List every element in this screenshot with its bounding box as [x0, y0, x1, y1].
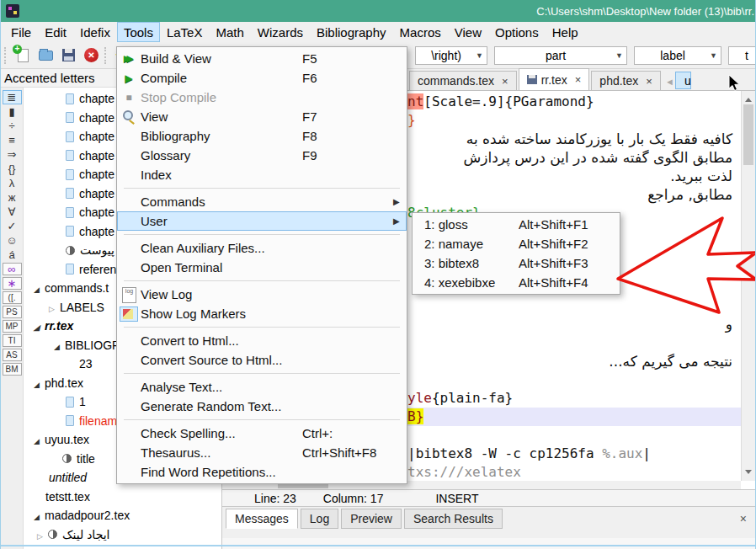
menubar-item[interactable]: View	[448, 22, 488, 42]
side-panel-icon[interactable]: ∞	[3, 263, 22, 275]
expander-icon[interactable]	[37, 528, 48, 541]
structure-tree-item[interactable]	[24, 544, 221, 549]
tools-menu-item[interactable]: Convert Source to Html... ▶	[117, 350, 407, 370]
menubar-item[interactable]: Options	[488, 22, 546, 42]
side-panel-icon[interactable]: ([.	[3, 291, 22, 304]
side-panel-icon[interactable]: ≡	[3, 133, 22, 147]
tab-overflow-button[interactable]: u	[675, 72, 691, 89]
scroll-down-icon[interactable]	[745, 470, 752, 477]
side-panel-icon[interactable]: ∗	[3, 277, 22, 290]
side-panel-icon[interactable]: ж	[3, 190, 22, 205]
tools-menu-item[interactable]: Clean Auxiliary Files... ▶	[117, 238, 407, 258]
editor-vertical-scrollbar[interactable]	[741, 91, 755, 481]
toolbar-combobox[interactable]: \right) ▼	[415, 46, 487, 65]
side-panel-icon[interactable]: MP	[3, 320, 22, 333]
tools-menu-item[interactable]: View F7 ▶	[117, 107, 407, 126]
tab-close-icon[interactable]: ×	[502, 75, 508, 88]
menubar-item[interactable]: Edit	[38, 22, 73, 42]
side-panel-icon[interactable]: ÷	[3, 119, 22, 133]
structure-tree-item[interactable]: tetstt.tex	[24, 488, 221, 507]
tools-menu-item[interactable]: Convert to Html... ▶	[117, 331, 407, 350]
scroll-up-icon[interactable]	[745, 94, 752, 102]
tools-menu-item[interactable]: Compile F6 ▶	[117, 68, 407, 88]
toolbar-combobox[interactable]: part ▼	[494, 46, 627, 65]
menubar-item[interactable]: Math	[209, 22, 250, 42]
side-panel-icon[interactable]: TI	[3, 334, 22, 347]
tools-menu-item[interactable]: Show Log Markers ▶	[117, 304, 407, 323]
side-panel-icon[interactable]: {}	[3, 162, 22, 176]
side-panel-icon[interactable]: PS	[3, 306, 22, 318]
side-panel-icon[interactable]: ≣	[3, 90, 22, 104]
toolbar-button[interactable]	[35, 45, 57, 67]
menubar-item[interactable]: Wizards	[251, 22, 310, 42]
tools-menu-item[interactable]: Bibliography F8 ▶	[117, 126, 407, 146]
scrollbar-thumb[interactable]	[743, 104, 753, 165]
tools-menu-item[interactable]: View Log ▶	[117, 285, 407, 304]
bottom-panel-tab[interactable]: Search Results	[404, 509, 503, 529]
structure-tree-item[interactable]: ایجاد لینک	[24, 525, 221, 545]
menubar-item[interactable]: File	[4, 22, 38, 42]
editor-tab[interactable]: phd.tex ×	[591, 71, 661, 90]
tools-menu-item[interactable]: Glossary F9 ▶	[117, 146, 407, 165]
menubar-item[interactable]: LaTeX	[160, 22, 210, 42]
side-panel-icon[interactable]: λ	[3, 176, 22, 190]
user-submenu-item[interactable]: 3: bibtex8 Alt+Shift+F3	[413, 253, 620, 273]
side-panel-icon[interactable]: ☺	[3, 233, 22, 248]
tools-menu-item[interactable]: Open Terminal ▶	[117, 258, 407, 277]
user-submenu-item[interactable]: 2: namaye Alt+Shift+F2	[413, 234, 620, 253]
submenu-arrow-icon: ▶	[393, 197, 403, 206]
toolbar-button[interactable]	[57, 45, 80, 67]
tools-menu-item[interactable]: Find Word Repetitions... ▶	[117, 462, 407, 482]
expander-icon[interactable]	[34, 509, 45, 522]
user-submenu-item[interactable]: 1: gloss Alt+Shift+F1	[413, 215, 620, 234]
side-panel-icon[interactable]: BM	[3, 363, 22, 376]
menubar-item[interactable]: Idefix	[73, 22, 117, 42]
tools-menu-item[interactable]: Stop Compile ▶	[117, 88, 407, 107]
menubar-item[interactable]: Bibliography	[310, 22, 393, 42]
expander-icon[interactable]	[34, 281, 45, 295]
side-panel-icon[interactable]: ▮	[3, 104, 22, 119]
expander-icon[interactable]	[54, 338, 65, 352]
menubar-item[interactable]: Tools	[117, 22, 160, 42]
title-bar[interactable]: C:\Users\shm\Desktop\New folder (13)\bib…	[1, 0, 755, 22]
panel-close-icon[interactable]: ×	[740, 512, 747, 525]
toolbar-grip[interactable]	[4, 47, 10, 64]
side-panel-icon[interactable]: á	[3, 248, 22, 262]
expander-icon[interactable]	[49, 301, 60, 314]
tools-menu-item[interactable]: Generate Random Text... ▶	[117, 397, 407, 416]
tools-menu-item[interactable]: Commands ▶	[117, 192, 407, 211]
side-panel-icon[interactable]: ∀	[3, 205, 22, 219]
tools-menu-item[interactable]: User ▶	[117, 211, 407, 231]
toolbar-button[interactable]	[12, 45, 35, 67]
structure-tree-item[interactable]: madadpour2.tex	[24, 506, 221, 525]
side-panel-icon[interactable]: AS	[3, 349, 22, 361]
tab-close-icon[interactable]: ×	[575, 73, 582, 86]
side-panel-icon[interactable]: ✓	[3, 219, 22, 233]
menubar-item[interactable]: Macros	[393, 22, 448, 42]
menubar-item-label: LaTeX	[167, 25, 203, 40]
expander-icon[interactable]	[34, 319, 45, 333]
tools-menu-item[interactable]: Check Spelling... Ctrl+: ▶	[117, 424, 407, 443]
tools-menu-item[interactable]: Analyse Text... ▶	[117, 377, 407, 397]
tools-menu-item[interactable]: Index ▶	[117, 165, 407, 184]
expander-icon[interactable]	[34, 433, 45, 446]
editor-tab[interactable]: rr.tex ×	[519, 68, 590, 90]
menubar-item[interactable]: Help	[546, 22, 585, 42]
toolbar-combobox[interactable]: t ▼	[728, 46, 756, 65]
tools-menu-item[interactable]: Thesaurus... Ctrl+Shift+F8 ▶	[117, 443, 407, 462]
tools-menu-item[interactable]: Build & View F5 ▶	[117, 49, 407, 68]
editor-tab[interactable]: commands.tex ×	[409, 71, 517, 90]
expander-icon[interactable]	[34, 376, 45, 390]
menu-item-shortcut: F6	[302, 71, 403, 85]
tab-close-icon[interactable]: ×	[646, 75, 652, 88]
editor-tab-label: commands.tex	[418, 74, 494, 88]
user-submenu-item[interactable]: 4: xexebibxe Alt+Shift+F4	[413, 273, 620, 292]
bottom-panel-tab[interactable]: Log	[301, 509, 338, 529]
tab-scroll-left-icon[interactable]: ◄	[664, 73, 675, 90]
side-panel-icon[interactable]: ⇒	[3, 147, 22, 162]
tree-item-label: filenam	[79, 414, 117, 428]
toolbar-combobox[interactable]: label ▼	[634, 46, 721, 65]
bottom-panel-tab[interactable]: Messages	[226, 509, 298, 529]
toolbar-button[interactable]	[80, 45, 103, 67]
bottom-panel-tab[interactable]: Preview	[341, 509, 402, 529]
